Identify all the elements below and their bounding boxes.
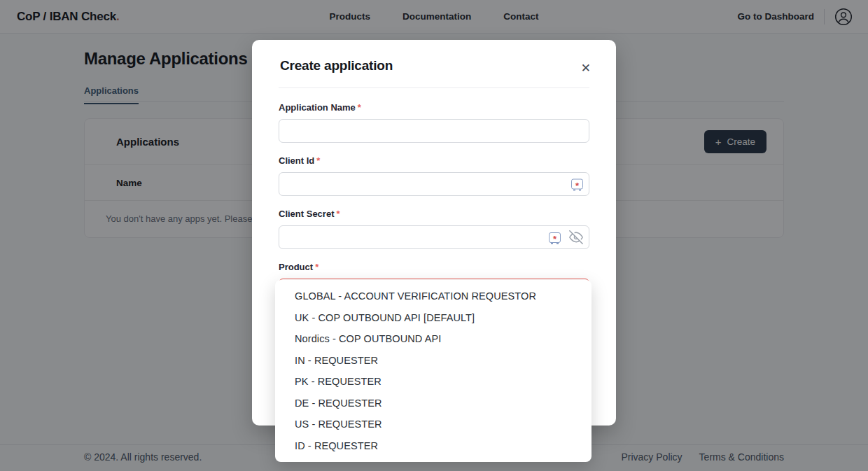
field-client-secret: Client Secret* * bbox=[279, 209, 589, 249]
modal-body: Application Name* Client Id* * Client Se… bbox=[252, 88, 616, 302]
client-secret-label: Client Secret* bbox=[279, 209, 589, 219]
required-mark: * bbox=[315, 262, 318, 272]
close-icon[interactable]: ✕ bbox=[578, 59, 594, 77]
application-name-input[interactable] bbox=[279, 119, 589, 143]
required-mark: * bbox=[316, 155, 320, 166]
field-application-name: Application Name* bbox=[279, 102, 589, 143]
toggle-visibility-eye-off-icon[interactable] bbox=[569, 230, 583, 244]
application-name-label: Application Name* bbox=[279, 102, 589, 113]
product-option[interactable]: PK - REQUESTER bbox=[275, 371, 592, 393]
product-options-listbox: GLOBAL - ACCOUNT VERIFICATION REQUESTOR … bbox=[275, 280, 592, 462]
product-option[interactable]: Nordics - COP OUTBOUND API bbox=[275, 328, 592, 350]
client-secret-input[interactable] bbox=[279, 225, 589, 249]
password-manager-autofill-icon[interactable]: * bbox=[549, 232, 561, 243]
client-id-label: Client Id* bbox=[279, 155, 589, 166]
modal-header: Create application ✕ bbox=[252, 40, 616, 87]
product-option[interactable]: IN - REQUESTER bbox=[275, 350, 592, 372]
product-option[interactable]: UK - COP OUTBOUND API [DEFAULT] bbox=[275, 307, 592, 329]
password-manager-autofill-icon[interactable]: * bbox=[571, 179, 583, 190]
product-option[interactable]: US - REQUESTER bbox=[275, 414, 592, 435]
product-label: Product* bbox=[279, 262, 589, 272]
product-option[interactable]: GLOBAL - ACCOUNT VERIFICATION REQUESTOR bbox=[275, 286, 592, 307]
required-mark: * bbox=[336, 209, 340, 219]
client-id-input[interactable] bbox=[279, 172, 589, 196]
modal-title: Create application bbox=[280, 58, 393, 73]
product-option[interactable]: ID - REQUESTER bbox=[275, 435, 592, 457]
product-option[interactable]: DE - REQUESTER bbox=[275, 393, 592, 414]
required-mark: * bbox=[358, 102, 361, 113]
page-root: CoP / IBAN Check. Products Documentation… bbox=[0, 0, 868, 471]
field-client-id: Client Id* * bbox=[279, 155, 589, 196]
